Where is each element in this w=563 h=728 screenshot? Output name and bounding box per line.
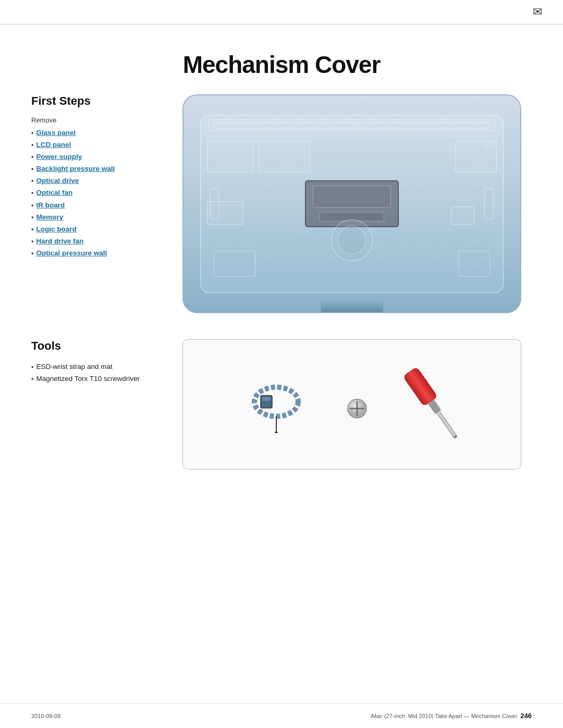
optical-fan-link[interactable]: Optical fan [36, 187, 73, 199]
list-item: Logic board [31, 224, 167, 236]
footer-date: 2010-09-09 [31, 713, 60, 719]
screwdriver-illustration [409, 362, 456, 447]
optical-pressure-wall-link[interactable]: Optical pressure wall [36, 248, 107, 260]
logic-board-link[interactable]: Logic board [36, 224, 77, 236]
power-supply-link[interactable]: Power supply [36, 151, 82, 163]
esd-strap-illustration [248, 376, 305, 433]
page-title: Mechanism Cover [0, 51, 563, 79]
esd-strap-svg [248, 376, 305, 433]
backlight-pressure-wall-link[interactable]: Backlight pressure wall [36, 163, 115, 175]
speaker-inner [337, 226, 366, 254]
right-small-box [484, 188, 494, 219]
list-item: Glass panel [31, 127, 167, 139]
svg-rect-2 [262, 397, 271, 401]
center-box-inner [313, 186, 391, 208]
list-item: Magnetized Torx T10 screwdriver [31, 373, 167, 385]
top-connector-inner [214, 122, 489, 129]
optical-drive-link[interactable]: Optical drive [36, 175, 79, 187]
left-small-box [210, 188, 219, 219]
page-number: 246 [520, 712, 532, 720]
main-content: First Steps Remove Glass panel LCD panel… [0, 94, 563, 470]
tools-section: Tools ESD-wrist strap and mat Magnetized… [31, 339, 532, 470]
list-item: Optical pressure wall [31, 248, 167, 260]
tools-left: Tools ESD-wrist strap and mat Magnetized… [31, 339, 167, 385]
tools-list: ESD-wrist strap and mat Magnetized Torx … [31, 361, 167, 385]
tools-title: Tools [31, 339, 167, 353]
first-steps-title: First Steps [31, 94, 167, 108]
left-top-component [207, 141, 254, 172]
list-item: Optical drive [31, 175, 167, 187]
torx-screwdriver-label: Magnetized Torx T10 screwdriver [36, 373, 140, 385]
lcd-panel-link[interactable]: LCD panel [36, 139, 71, 151]
esd-strap-label: ESD-wrist strap and mat [36, 361, 113, 373]
right-mid-component [451, 206, 474, 225]
list-item: Power supply [31, 151, 167, 163]
screw-svg [347, 398, 368, 419]
footer: 2010-09-09 iMac (27-inch, Mid 2010) Take… [0, 703, 563, 728]
screw-illustration [347, 398, 368, 421]
remove-label: Remove [31, 116, 167, 124]
center-top-component [258, 141, 310, 172]
ir-board-link[interactable]: IR board [36, 200, 65, 212]
imac-stand [321, 301, 383, 312]
first-steps-section: First Steps Remove Glass panel LCD panel… [31, 94, 532, 313]
imac-diagram-container [182, 94, 532, 313]
list-item: IR board [31, 200, 167, 212]
speaker-circle [331, 219, 373, 261]
bottom-right-box [459, 251, 490, 277]
list-item: Backlight pressure wall [31, 163, 167, 175]
screwdriver-svg [389, 356, 475, 451]
svg-point-4 [275, 431, 278, 433]
imac-inner [200, 115, 503, 292]
memory-link[interactable]: Memory [36, 212, 64, 224]
footer-description: iMac (27-inch, Mid 2010) Take Apart — Me… [371, 713, 518, 719]
tools-diagram [182, 339, 521, 470]
first-steps-left: First Steps Remove Glass panel LCD panel… [31, 94, 167, 260]
h-line-1 [201, 136, 503, 137]
hard-drive-fan-link[interactable]: Hard drive fan [36, 236, 84, 248]
svg-rect-10 [436, 411, 456, 437]
list-item: Optical fan [31, 187, 167, 199]
email-icon[interactable]: ✉ [533, 5, 542, 19]
list-item: LCD panel [31, 139, 167, 151]
glass-panel-link[interactable]: Glass panel [36, 127, 76, 139]
top-bar: ✉ [0, 0, 563, 24]
footer-right: iMac (27-inch, Mid 2010) Take Apart — Me… [371, 712, 532, 720]
list-item: ESD-wrist strap and mat [31, 361, 167, 373]
list-item: Hard drive fan [31, 236, 167, 248]
tools-diagram-container [182, 339, 532, 470]
list-item: Memory [31, 212, 167, 224]
bottom-left-box [214, 251, 255, 277]
imac-diagram [182, 94, 521, 313]
steps-list: Glass panel LCD panel Power supply Backl… [31, 127, 167, 260]
